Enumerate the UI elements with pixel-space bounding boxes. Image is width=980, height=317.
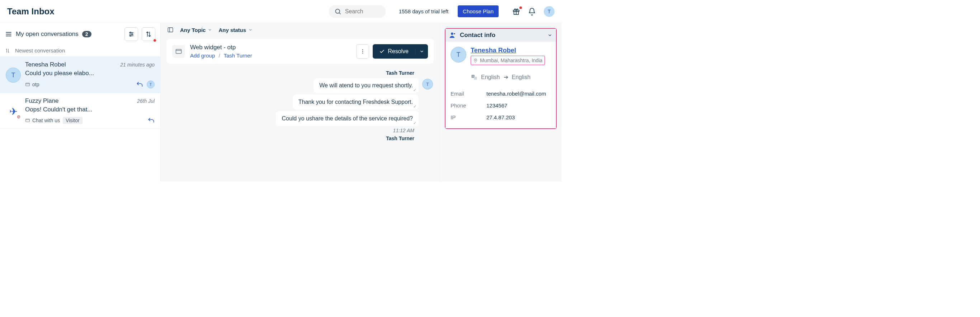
resolve-button[interactable]: Resolve bbox=[373, 44, 428, 59]
message-time: 11:12 AM bbox=[167, 128, 414, 133]
gift-icon[interactable] bbox=[512, 8, 520, 16]
choose-plan-button[interactable]: Choose Plan bbox=[458, 5, 499, 17]
conversation-header-card: Web widget - otp Add group / Tash Turner… bbox=[167, 39, 434, 64]
delivered-icon: ✓ bbox=[413, 88, 417, 92]
widget-icon bbox=[25, 82, 30, 87]
svg-point-25 bbox=[451, 33, 453, 35]
chevron-down-icon bbox=[419, 49, 424, 54]
contact-avatar: ✈ ⊘ bbox=[6, 104, 21, 119]
search-box[interactable] bbox=[329, 5, 386, 18]
reply-icon[interactable] bbox=[148, 117, 154, 124]
conversation-count-badge: 2 bbox=[82, 31, 91, 37]
page-title: Team Inbox bbox=[7, 6, 54, 16]
contact-ip-row: IP 27.4.87.203 bbox=[450, 111, 551, 123]
resolve-dropdown[interactable] bbox=[415, 49, 428, 54]
conversation-snippet: Could you please elabo... bbox=[25, 70, 154, 77]
filter-button[interactable] bbox=[124, 27, 138, 41]
assigned-agent-link[interactable]: Tash Turner bbox=[223, 53, 252, 59]
hamburger-icon[interactable] bbox=[5, 30, 12, 38]
chevron-down-icon bbox=[547, 33, 552, 38]
assigned-agent-avatar: T bbox=[147, 80, 154, 88]
widget-icon bbox=[25, 118, 30, 123]
svg-rect-18 bbox=[168, 28, 173, 32]
svg-rect-16 bbox=[26, 119, 30, 122]
message-bubble: Thank you for contacting Freshdesk Suppo… bbox=[293, 94, 418, 110]
contact-avatar: T bbox=[450, 47, 466, 62]
svg-line-1 bbox=[339, 13, 340, 14]
contact-email-row: Email tenesha.robel@mail.com bbox=[450, 88, 551, 99]
conversation-time: 26th Jul bbox=[137, 98, 154, 104]
contact-info-header[interactable]: Contact info bbox=[445, 29, 556, 42]
visitor-badge: Visitor bbox=[63, 117, 83, 124]
bell-icon[interactable] bbox=[528, 8, 536, 16]
chevron-down-icon bbox=[208, 28, 212, 32]
search-input[interactable] bbox=[345, 8, 380, 15]
source-widget-icon bbox=[172, 45, 185, 58]
conversation-item[interactable]: T Tenesha Robel 21 minutes ago Could you… bbox=[0, 57, 160, 93]
conversation-main: Any Topic Any status Web widget - otp Ad… bbox=[161, 23, 440, 182]
search-icon bbox=[334, 8, 342, 15]
svg-point-27 bbox=[475, 60, 476, 61]
message-bubble: We will atend to you rrequest shortly. ✓ bbox=[313, 78, 418, 93]
translation-row: A English ➔ English bbox=[450, 74, 551, 80]
view-name[interactable]: My open conversations bbox=[16, 30, 78, 38]
conversation-item[interactable]: ✈ ⊘ Fuzzy Plane 26th Jul Oops! Couldn't … bbox=[0, 93, 160, 129]
svg-rect-29 bbox=[474, 77, 477, 79]
trial-text: 1558 days of trial left bbox=[399, 8, 449, 14]
add-group-link[interactable]: Add group bbox=[190, 53, 215, 59]
user-avatar[interactable]: T bbox=[544, 6, 555, 17]
app-header: Team Inbox 1558 days of trial left Choos… bbox=[0, 0, 562, 23]
location-icon bbox=[473, 58, 478, 63]
translate-icon: A bbox=[471, 74, 477, 80]
svg-point-23 bbox=[362, 51, 363, 51]
svg-point-11 bbox=[132, 34, 133, 35]
contact-phone-row: Phone 1234567 bbox=[450, 99, 551, 111]
delivered-icon: ✓ bbox=[413, 121, 417, 125]
chevron-down-icon bbox=[248, 28, 253, 32]
conversation-list-sidebar: My open conversations 2 Newest conversat… bbox=[0, 23, 161, 182]
status-filter[interactable]: Any status bbox=[218, 27, 253, 33]
svg-rect-20 bbox=[176, 49, 181, 54]
svg-rect-14 bbox=[26, 83, 30, 86]
message-sender-name: Tash Turner bbox=[167, 70, 414, 76]
topic-tag: Chat with us bbox=[25, 117, 60, 123]
notification-dot bbox=[519, 6, 522, 9]
topic-tag: otp bbox=[25, 82, 39, 87]
svg-point-24 bbox=[362, 53, 363, 53]
contact-location: Mumbai, Maharashtra, India bbox=[471, 56, 545, 65]
sort-button[interactable] bbox=[142, 27, 155, 41]
sort-direction-icon[interactable] bbox=[5, 48, 10, 53]
panel-icon[interactable] bbox=[167, 27, 173, 33]
contact-ip: 27.4.87.203 bbox=[487, 114, 551, 120]
conversation-source: Web widget - otp bbox=[190, 44, 351, 51]
delivered-icon: ✓ bbox=[413, 104, 417, 109]
message-list: Tash Turner We will atend to you rreques… bbox=[161, 69, 439, 182]
blocked-icon: ⊘ bbox=[16, 114, 22, 120]
more-actions-button[interactable] bbox=[356, 44, 369, 59]
contact-phone: 1234567 bbox=[487, 102, 551, 109]
message-bubble: Could yo ushare the details of the servi… bbox=[276, 111, 418, 126]
contact-name: Fuzzy Plane bbox=[25, 98, 59, 105]
conversation-snippet: Oops! Couldn't get that... bbox=[25, 106, 154, 113]
svg-point-9 bbox=[130, 32, 131, 33]
contact-avatar: T bbox=[6, 67, 21, 83]
message-sender-name: Tash Turner bbox=[167, 136, 414, 141]
contact-icon bbox=[449, 32, 456, 39]
contact-email: tenesha.robel@mail.com bbox=[487, 91, 551, 97]
check-icon bbox=[379, 48, 385, 54]
reply-icon[interactable] bbox=[136, 81, 143, 88]
svg-point-0 bbox=[336, 9, 340, 13]
svg-point-13 bbox=[130, 35, 131, 36]
svg-point-26 bbox=[454, 33, 455, 34]
sort-indicator-dot bbox=[154, 39, 156, 42]
contact-name-link[interactable]: Tenesha Robel bbox=[471, 47, 545, 54]
svg-text:A: A bbox=[473, 75, 474, 77]
topic-filter[interactable]: Any Topic bbox=[180, 27, 212, 33]
contact-name: Tenesha Robel bbox=[25, 61, 66, 68]
contact-info-panel: Contact info T Tenesha Robel Mumbai, Mah… bbox=[440, 23, 562, 182]
conversation-time: 21 minutes ago bbox=[120, 62, 154, 67]
svg-point-22 bbox=[362, 49, 363, 50]
agent-avatar: T bbox=[422, 79, 433, 90]
sort-label: Newest conversation bbox=[15, 48, 65, 54]
arrow-right-icon: ➔ bbox=[504, 74, 508, 80]
